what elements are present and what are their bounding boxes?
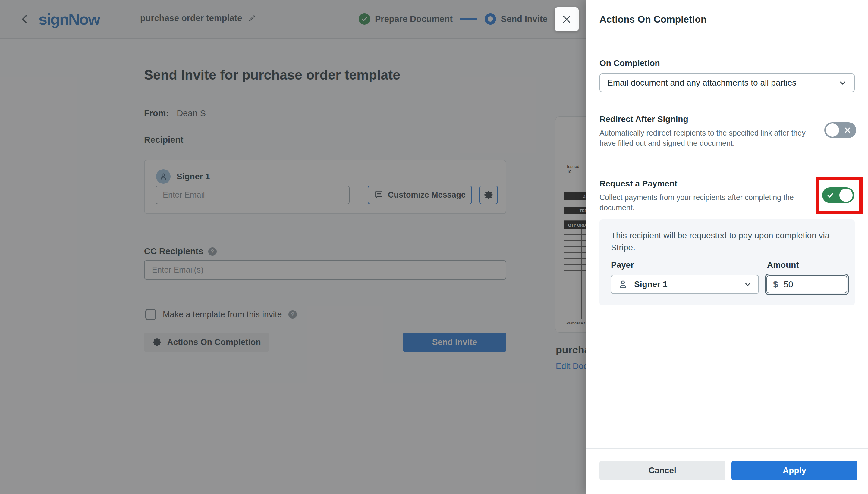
on-completion-select[interactable]: Email document and any attachments to al… — [599, 74, 855, 92]
panel-divider — [599, 167, 855, 168]
request-payment-title: Request a Payment — [599, 179, 677, 189]
apply-button[interactable]: Apply — [732, 461, 857, 480]
redirect-after-signing-title: Redirect After Signing — [599, 114, 688, 124]
panel-title: Actions On Completion — [599, 14, 707, 25]
toggle-knob — [839, 189, 853, 202]
request-payment-toggle-on[interactable] — [822, 187, 854, 203]
chevron-down-icon — [744, 281, 752, 288]
payment-details-box: This recipient will be requested to pay … — [599, 219, 855, 305]
payer-label: Payer — [611, 260, 634, 270]
payment-info-text: This recipient will be requested to pay … — [611, 230, 834, 254]
redirect-after-signing-description: Automatically redirect recipients to the… — [599, 128, 808, 148]
redirect-toggle-off[interactable] — [824, 122, 856, 138]
close-button[interactable] — [555, 7, 579, 31]
payer-select[interactable]: Signer 1 — [611, 275, 759, 294]
person-icon — [618, 279, 628, 289]
toggle-check-icon — [826, 191, 834, 199]
on-completion-label: On Completion — [599, 58, 660, 68]
dollar-icon: $ — [773, 279, 778, 289]
amount-input[interactable] — [783, 280, 829, 289]
toggle-knob — [826, 124, 839, 137]
panel-footer: Cancel Apply — [586, 448, 868, 494]
request-payment-description: Collect payments from your recipients af… — [599, 192, 798, 213]
chevron-down-icon — [838, 79, 847, 87]
actions-on-completion-panel: Actions On Completion On Completion Emai… — [586, 0, 868, 494]
cancel-button[interactable]: Cancel — [599, 461, 725, 480]
amount-input-field[interactable]: $ — [767, 275, 847, 293]
panel-divider — [586, 43, 868, 43]
toggle-x-icon — [844, 126, 851, 134]
amount-label: Amount — [767, 260, 799, 270]
